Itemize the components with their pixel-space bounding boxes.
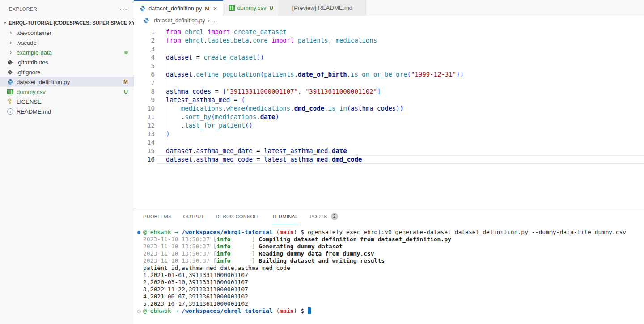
terminal-token: main xyxy=(280,229,293,235)
sidebar-item-dummy-csv[interactable]: dummy.csvU xyxy=(0,87,134,97)
panel-tab-terminal[interactable]: TERMINAL xyxy=(272,209,298,224)
code-token xyxy=(294,37,298,44)
panel-tab-debug-console[interactable]: DEBUG CONSOLE xyxy=(216,209,261,224)
file-label: .gitignore xyxy=(17,69,40,76)
panel-tab-problems[interactable]: PROBLEMS xyxy=(143,209,172,224)
code-line-9[interactable]: latest_asthma_med = ( xyxy=(166,96,464,104)
code-line-5[interactable] xyxy=(166,62,464,70)
line-number: 11 xyxy=(134,113,155,121)
csv-icon xyxy=(7,89,13,94)
code-token: = xyxy=(192,54,203,61)
code-token: . xyxy=(249,37,252,44)
sidebar-item-readme-md[interactable]: iREADME.md xyxy=(0,107,134,116)
terminal-line-8: 2,2020-03-10,39113311000001107 xyxy=(134,279,644,286)
file-label: README.md xyxy=(17,108,51,115)
sidebar-item--gitattributes[interactable]: .gitattributes xyxy=(0,57,134,67)
panel-tab-label: PORTS xyxy=(309,214,327,219)
terminal-line-5: 2023-11-10 13:50:37 [info ] Building dat… xyxy=(134,257,644,264)
line-number: 12 xyxy=(134,121,155,130)
tab--preview-readme-md[interactable]: [Preview] README.md xyxy=(279,0,366,16)
terminal-token: opensafely exec ehrql:v0 generate-datase… xyxy=(308,229,626,235)
panel-tab-ports[interactable]: PORTS2 xyxy=(309,209,338,224)
terminal-token: @rebkwok xyxy=(143,307,171,314)
command-decoration-icon[interactable] xyxy=(137,231,140,234)
line-number: 5 xyxy=(134,62,155,70)
breadcrumb-ellipsis[interactable]: ... xyxy=(212,17,217,24)
terminal-line-10: 4,2021-06-07,39113611000001102 xyxy=(134,293,644,300)
code-token: from xyxy=(166,28,181,35)
code-token: ehrql xyxy=(185,37,203,44)
root-folder-row[interactable]: › EHRQL-TUTORIAL [CODESPACES: SUPER SPAC… xyxy=(0,18,134,28)
sidebar-item--gitignore[interactable]: .gitignore xyxy=(0,67,134,77)
code-line-12[interactable]: .last_for_patient() xyxy=(166,121,464,130)
more-actions-icon[interactable]: ··· xyxy=(119,7,127,11)
code-line-13[interactable]: ) xyxy=(166,130,464,138)
explorer-panel: EXPLORER ··· › EHRQL-TUTORIAL [CODESPACE… xyxy=(0,0,134,324)
code-token: medications xyxy=(215,113,257,120)
close-icon[interactable]: × xyxy=(213,6,217,11)
tab-dummy-csv[interactable]: dummy.csvU xyxy=(223,0,279,16)
breadcrumb: dataset_definition.py › ... xyxy=(134,16,644,26)
code-token: "39113611000001102" xyxy=(305,88,377,95)
line-number: 7 xyxy=(134,79,155,87)
code-token xyxy=(181,37,185,44)
code-editor[interactable]: 12345678910111213141516 from ehrql impor… xyxy=(134,26,644,209)
chevron-right-icon: › xyxy=(7,39,14,46)
terminal-token: ( xyxy=(273,307,280,314)
terminal-line-4: 2023-11-10 13:50:37 [info ] Reading dumm… xyxy=(134,250,644,257)
terminal-token: ) $ xyxy=(294,229,308,235)
code-token: = xyxy=(230,96,241,103)
sidebar-item-example-data[interactable]: ›example-data xyxy=(0,47,134,57)
code-token: . xyxy=(166,122,185,129)
panel-tab-output[interactable]: OUTPUT xyxy=(183,209,204,224)
code-token: . xyxy=(222,105,226,112)
code-token: latest_asthma_med xyxy=(264,156,328,163)
code-token: () xyxy=(245,122,253,129)
sidebar-item-dataset-definition-py[interactable]: dataset_definition.pyM xyxy=(0,77,134,87)
code-line-2[interactable]: from ehrql.tables.beta.core import patie… xyxy=(166,36,464,45)
code-token: ] xyxy=(377,88,381,95)
git-icon xyxy=(7,69,13,75)
terminal-token xyxy=(178,307,182,314)
code-token: dataset xyxy=(166,54,192,61)
panel-tab-label: DEBUG CONSOLE xyxy=(216,214,261,219)
code-token: . xyxy=(324,105,328,112)
explorer-header: EXPLORER ··· xyxy=(0,0,134,18)
chevron-down-icon: › xyxy=(2,19,9,26)
terminal-token: patient_id,asthma_med_date,asthma_med_co… xyxy=(143,264,290,271)
code-line-14[interactable] xyxy=(166,138,464,147)
prompt-decoration-icon[interactable] xyxy=(137,310,141,313)
code-line-6[interactable]: dataset.define_population(patients.date_… xyxy=(166,70,464,79)
code-token: "39113311000001107" xyxy=(226,88,298,95)
code-line-1[interactable]: from ehrql import create_dataset xyxy=(166,28,464,36)
code-line-7[interactable] xyxy=(166,79,464,87)
code-line-11[interactable]: .sort_by(medications.date) xyxy=(166,113,464,121)
tab-label: dummy.csv xyxy=(237,4,267,11)
code-line-8[interactable]: asthma_codes = ["39113311000001107", "39… xyxy=(166,87,464,96)
terminal-token: /workspaces/ehrql-tutorial xyxy=(182,229,273,235)
tab-dataset-definition-py[interactable]: dataset_definition.pyM× xyxy=(134,0,223,16)
code-content: from ehrql import create_datasetfrom ehr… xyxy=(166,28,464,164)
line-number: 10 xyxy=(134,104,155,113)
breadcrumb-separator: › xyxy=(208,17,210,24)
terminal[interactable]: @rebkwok → /workspaces/ehrql-tutorial (m… xyxy=(134,224,644,324)
code-line-10[interactable]: medications.where(medications.dmd_code.i… xyxy=(166,104,464,113)
code-token xyxy=(203,28,207,35)
code-line-16[interactable]: dataset.asthma_med_code = latest_asthma_… xyxy=(166,155,464,164)
code-token: asthma_med_code xyxy=(196,156,252,163)
code-line-4[interactable]: dataset = create_dataset() xyxy=(166,53,464,62)
code-token: dataset xyxy=(166,156,192,163)
sidebar-item-license[interactable]: LICENSE xyxy=(0,97,134,107)
git-status-badge: M xyxy=(123,79,128,85)
code-line-3[interactable] xyxy=(166,45,464,53)
terminal-token: 2023-11-10 13:50:37 xyxy=(143,257,213,264)
code-line-15[interactable]: dataset.asthma_med_date = latest_asthma_… xyxy=(166,147,464,155)
terminal-line-12: @rebkwok → /workspaces/ehrql-tutorial (m… xyxy=(134,307,644,315)
sidebar-item--vscode[interactable]: ›.vscode xyxy=(0,38,134,47)
terminal-token: Reading dummy data from dummy.csv xyxy=(258,250,374,257)
breadcrumb-file[interactable]: dataset_definition.py xyxy=(154,17,205,24)
code-token: ) xyxy=(275,113,279,120)
sidebar-item--devcontainer[interactable]: ›.devcontainer xyxy=(0,28,134,38)
terminal-line-7: 1,2021-01-01,39113311000001107 xyxy=(134,272,644,279)
code-token: = xyxy=(211,88,222,95)
